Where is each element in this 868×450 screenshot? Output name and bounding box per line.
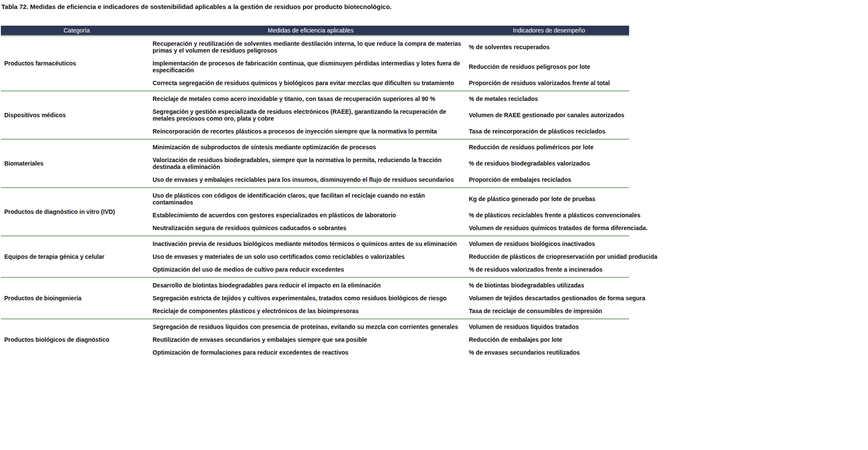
document-page: Tabla 72. Medidas de eficiencia e indica… [0, 0, 868, 450]
measure-indicator-pair: Implementación de procesos de fabricació… [153, 57, 629, 77]
measure-text: Segregación y gestión especializada de r… [153, 105, 469, 125]
indicator-text: Volumen de tejidos descartados gestionad… [469, 295, 629, 302]
measure-indicator-pair: Correcta segregación de residuos químico… [153, 77, 629, 89]
measure-text: Minimización de subproductos de síntesis… [153, 141, 469, 154]
indicator-text: % de plásticos reciclables frente a plás… [469, 212, 629, 219]
indicator-text: Reducción de embalajes por lote [469, 336, 629, 343]
measure-indicator-pair: Reciclaje de metales como acero inoxidab… [153, 92, 629, 105]
row-content: Reciclaje de metales como acero inoxidab… [153, 92, 629, 138]
table-row: Biomateriales Minimización de subproduct… [1, 140, 629, 188]
category-cell: Dispositivos médicos [1, 112, 115, 118]
measure-text: Establecimiento de acuerdos con gestores… [153, 209, 469, 222]
measure-indicator-pair: Valorización de residuos biodegradables,… [153, 154, 629, 173]
indicator-text: Reducción de plásticos de criopreservaci… [469, 253, 629, 260]
measure-indicator-pair: Reciclaje de componentes plásticos y ele… [153, 305, 629, 317]
measure-indicator-pair: Minimización de subproductos de síntesis… [153, 141, 629, 154]
table-header-row: Categoría Medidas de eficiencia aplicabl… [1, 26, 629, 36]
measure-text: Valorización de residuos biodegradables,… [153, 154, 469, 173]
header-indicadores: Indicadores de desempeño [469, 27, 629, 34]
category-cell: Productos de diagnóstico in vitro (IVD) [1, 208, 115, 215]
measure-text: Recuperación y reutilización de solvente… [153, 37, 469, 57]
measure-text: Inactivación previa de residuos biológic… [153, 237, 469, 250]
row-content: Recuperación y reutilización de solvente… [153, 37, 629, 89]
measure-text: Segregación de residuos líquidos con pre… [153, 320, 469, 333]
measure-indicator-pair: Segregación de residuos líquidos con pre… [153, 320, 629, 333]
measure-indicator-pair: Segregación estricta de tejidos y cultiv… [153, 292, 629, 305]
measure-text: Neutralización segura de residuos químic… [153, 222, 469, 234]
measure-text: Uso de envases y materiales de un solo u… [153, 250, 469, 263]
measure-indicator-pair: Neutralización segura de residuos químic… [153, 222, 629, 234]
measure-indicator-pair: Recuperación y reutilización de solvente… [153, 37, 629, 57]
measure-indicator-pair: Uso de envases y embalajes reciclables p… [153, 173, 629, 186]
header-categoria: Categoría [1, 27, 153, 34]
measure-text: Reutilización de envases secundarios y e… [153, 333, 469, 346]
table-row: Productos de diagnóstico in vitro (IVD) … [1, 188, 629, 237]
table-row: Productos de bioingeniería Desarrollo de… [1, 278, 629, 320]
indicator-text: % de biotintas biodegradables utilizadas [469, 282, 629, 289]
measure-text: Uso de plásticos con códigos de identifi… [153, 189, 469, 209]
indicator-text: % de envases secundarios reutilizados [469, 349, 629, 356]
measure-text: Desarrollo de biotintas biodegradables p… [153, 279, 469, 292]
indicator-text: % de residuos valorizados frente a incin… [469, 266, 629, 273]
measure-text: Reciclaje de metales como acero inoxidab… [153, 92, 469, 105]
table-row: Dispositivos médicos Reciclaje de metale… [1, 92, 629, 140]
measure-text: Reincorporación de recortes plásticos a … [153, 125, 469, 138]
indicator-text: Kg de plástico generado por lote de prue… [469, 195, 629, 202]
category-cell: Productos de bioingeniería [1, 295, 115, 302]
indicator-text: % de solventes recuperados [469, 44, 629, 50]
indicator-text: Reducción de residuos poliméricos por lo… [469, 144, 629, 151]
row-content: Inactivación previa de residuos biológic… [153, 237, 629, 276]
measure-text: Optimización de formulaciones para reduc… [153, 346, 469, 359]
indicator-text: Reducción de residuos peligrosos por lot… [469, 63, 629, 70]
measure-indicator-pair: Reutilización de envases secundarios y e… [153, 333, 629, 346]
indicator-text: % de metales reciclados [469, 95, 629, 102]
measure-indicator-pair: Inactivación previa de residuos biológic… [153, 237, 629, 250]
measure-text: Correcta segregación de residuos químico… [153, 77, 469, 89]
measure-text: Optimización del uso de medios de cultiv… [153, 263, 469, 276]
indicator-text: Volumen de residuos químicos tratados de… [469, 225, 629, 231]
category-cell: Productos biológicos de diagnóstico [1, 336, 115, 343]
row-content: Segregación de residuos líquidos con pre… [153, 320, 629, 359]
row-content: Uso de plásticos con códigos de identifi… [153, 189, 629, 234]
measure-indicator-pair: Reincorporación de recortes plásticos a … [153, 125, 629, 138]
measure-text: Reciclaje de componentes plásticos y ele… [153, 305, 469, 317]
category-cell: Productos farmacéuticos [1, 60, 115, 67]
indicator-text: Volumen de RAEE gestionado por canales a… [469, 112, 629, 118]
efficiency-measures-table: Categoría Medidas de eficiencia aplicabl… [1, 26, 629, 360]
table-caption: Tabla 72. Medidas de eficiencia e indica… [0, 0, 868, 10]
header-medidas: Medidas de eficiencia aplicables [153, 27, 469, 34]
row-content: Desarrollo de biotintas biodegradables p… [153, 279, 629, 317]
table-row: Productos biológicos de diagnóstico Segr… [1, 320, 629, 360]
indicator-text: Volumen de residuos líquidos tratados [469, 323, 629, 330]
measure-indicator-pair: Desarrollo de biotintas biodegradables p… [153, 279, 629, 292]
measure-indicator-pair: Uso de plásticos con códigos de identifi… [153, 189, 629, 209]
table-row: Equipos de terapia génica y celular Inac… [1, 237, 629, 278]
category-cell: Equipos de terapia génica y celular [1, 253, 115, 260]
measure-indicator-pair: Optimización de formulaciones para reduc… [153, 346, 629, 359]
indicator-text: Proporción de embalajes reciclados [469, 176, 629, 183]
measure-indicator-pair: Segregación y gestión especializada de r… [153, 105, 629, 125]
table-row: Productos farmacéuticos Recuperación y r… [1, 36, 629, 92]
indicator-text: Proporción de residuos valorizados frent… [469, 80, 629, 86]
indicator-text: Tasa de reincorporación de plásticos rec… [469, 128, 629, 135]
measure-text: Implementación de procesos de fabricació… [153, 57, 469, 77]
measure-indicator-pair: Optimización del uso de medios de cultiv… [153, 263, 629, 276]
row-content: Minimización de subproductos de síntesis… [153, 141, 629, 186]
indicator-text: Volumen de residuos biológicos inactivad… [469, 240, 629, 247]
measure-indicator-pair: Uso de envases y materiales de un solo u… [153, 250, 629, 263]
measure-text: Uso de envases y embalajes reciclables p… [153, 173, 469, 186]
measure-text: Segregación estricta de tejidos y cultiv… [153, 292, 469, 305]
indicator-text: % de residuos biodegradables valorizados [469, 160, 629, 167]
measure-indicator-pair: Establecimiento de acuerdos con gestores… [153, 209, 629, 222]
category-cell: Biomateriales [1, 160, 115, 167]
indicator-text: Tasa de reciclaje de consumibles de impr… [469, 308, 629, 314]
